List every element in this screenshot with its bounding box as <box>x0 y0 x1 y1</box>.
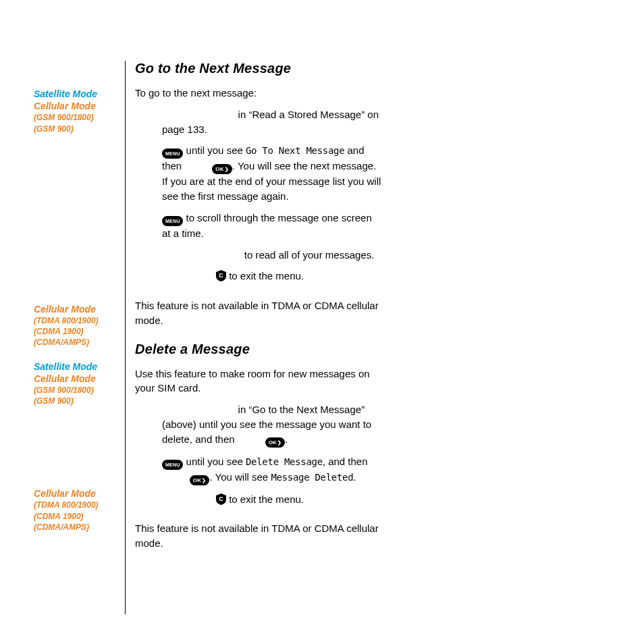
step-text: to read all of your messages. <box>242 249 375 261</box>
intro-paragraph: Use this feature to make room for new me… <box>135 367 382 396</box>
cellular-mode-label: Cellular Mode <box>34 100 119 112</box>
delete-step-3: C to exit the menu. <box>216 492 382 507</box>
section-heading: Delete a Message <box>135 342 382 357</box>
svg-text:C: C <box>219 272 223 279</box>
satellite-mode-label: Satellite Mode <box>34 360 119 373</box>
step-text: until you see <box>183 456 246 467</box>
mode-sub: (TDMA 800/1900) <box>34 500 119 510</box>
delete-step-2: MENU until you see Delete Message, and t… <box>162 454 382 485</box>
step-text: , and then <box>323 456 368 467</box>
ui-text: Delete Message <box>246 456 323 467</box>
menu-icon: MENU <box>162 460 183 470</box>
mode-sub: (CDMA 1900) <box>34 511 119 522</box>
svg-text:C: C <box>219 495 223 502</box>
step-3: MENU to scroll through the message one s… <box>162 211 382 241</box>
mode-sub: (CDMA/AMPS) <box>34 522 119 533</box>
note-paragraph: This feature is not available in TDMA or… <box>135 298 382 328</box>
mode-sub: (CDMA/AMPS) <box>34 337 119 348</box>
mode-sub: (TDMA 800/1900) <box>34 315 119 326</box>
step-text: until you see <box>183 144 246 156</box>
step-4: Repeat steps 2–3 to read all of your mes… <box>162 248 382 263</box>
main-content: Go to the Next Message To go to the next… <box>126 61 382 614</box>
c-icon: C <box>216 493 226 505</box>
section-heading: Go to the Next Message <box>135 61 382 76</box>
mode-sub: (CDMA 1900) <box>34 326 119 337</box>
mode-block-2: Cellular Mode (TDMA 800/1900) (CDMA 1900… <box>34 303 119 348</box>
satellite-mode-label: Satellite Mode <box>34 88 119 100</box>
cellular-mode-label: Cellular Mode <box>34 373 119 385</box>
step-text: . <box>353 471 356 483</box>
manual-page: Satellite Mode Cellular Mode (GSM 900/18… <box>0 0 644 644</box>
mode-block-4: Cellular Mode (TDMA 800/1900) (CDMA 1900… <box>34 487 119 533</box>
mode-sub: (GSM 900) <box>34 396 119 406</box>
mode-block-3: Satellite Mode Cellular Mode (GSM 900/18… <box>34 360 119 407</box>
step-text: . <box>285 433 288 445</box>
ui-text: Go To Next Message <box>246 145 344 156</box>
menu-icon: MENU <box>162 149 183 159</box>
ok-icon: OK <box>265 437 286 448</box>
intro-paragraph: To go to the next message: <box>135 86 382 101</box>
ok-icon: OK <box>212 164 232 174</box>
menu-icon: MENU <box>162 216 183 226</box>
mode-sub: (GSM 900/1800) <box>34 112 119 123</box>
two-column-layout: Satellite Mode Cellular Mode (GSM 900/18… <box>34 61 603 614</box>
step-1: Follow the steps in “Read a Stored Messa… <box>162 107 382 137</box>
cellular-mode-label: Cellular Mode <box>34 487 119 500</box>
delete-step-1: Follow the steps in “Go to the Next Mess… <box>162 402 382 448</box>
step-text: to exit the menu. <box>226 270 304 281</box>
c-icon: C <box>216 270 226 281</box>
note-paragraph: This feature is not available in TDMA or… <box>135 521 382 551</box>
sidebar: Satellite Mode Cellular Mode (GSM 900/18… <box>34 61 125 614</box>
step-text: . You will see the next message. If you … <box>162 160 381 202</box>
step-text: to scroll through the message one screen… <box>162 212 372 239</box>
step-text: to exit the menu. <box>226 493 304 505</box>
cellular-mode-label: Cellular Mode <box>34 303 119 315</box>
step-2: MENU until you see Go To Next Message an… <box>162 143 382 204</box>
step-text: . You will see <box>209 471 271 483</box>
ui-text: Message Deleted <box>271 472 353 483</box>
step-text: in “Read a Stored Message” on page 133. <box>162 109 379 135</box>
mode-block-1: Satellite Mode Cellular Mode (GSM 900/18… <box>34 88 119 134</box>
mode-sub: (GSM 900/1800) <box>34 385 119 396</box>
step-5: C to exit the menu. <box>216 269 382 284</box>
mode-sub: (GSM 900) <box>34 124 119 134</box>
ok-icon: OK <box>190 475 210 485</box>
